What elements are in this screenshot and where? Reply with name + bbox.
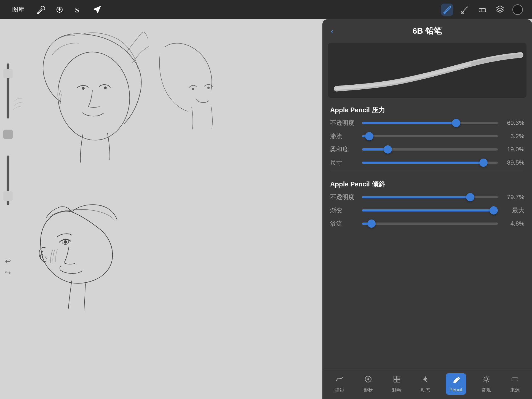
- shape-tab-label: 形状: [363, 387, 373, 393]
- settings-tab-icon: [482, 375, 490, 385]
- tilt-bleed-row: 渗流 4.8%: [330, 219, 524, 228]
- pressure-opacity-row: 不透明度 69.3%: [330, 119, 524, 127]
- back-button[interactable]: ‹: [331, 27, 333, 36]
- brush-preview: [328, 43, 526, 98]
- tilt-section-title: Apple Pencil 倾斜: [330, 180, 524, 189]
- dynamics-tab-label: 动态: [421, 387, 430, 393]
- grain-tab-icon: [393, 375, 401, 385]
- pressure-softness-slider[interactable]: [362, 148, 498, 151]
- tilt-bleed-thumb[interactable]: [367, 219, 376, 228]
- tab-shape[interactable]: 形状: [360, 373, 377, 395]
- tab-dynamics[interactable]: 动态: [417, 373, 434, 395]
- pressure-opacity-thumb[interactable]: [452, 119, 460, 127]
- tab-source[interactable]: 来源: [506, 373, 523, 395]
- eraser-tool-icon[interactable]: [476, 4, 488, 16]
- redo-button[interactable]: ↪: [5, 269, 11, 276]
- brush-tool-icon[interactable]: [441, 4, 453, 16]
- svg-rect-24: [512, 378, 518, 381]
- color-picker[interactable]: [512, 4, 524, 16]
- sketch-background: [0, 19, 331, 399]
- stroke-tab-icon: [335, 375, 344, 385]
- tilt-gradient-thumb[interactable]: [490, 206, 498, 215]
- pressure-softness-value: 19.0%: [502, 146, 524, 153]
- tilt-bleed-slider[interactable]: [362, 223, 498, 225]
- svg-rect-5: [479, 9, 486, 12]
- pressure-bleed-value: 3.2%: [502, 133, 524, 140]
- tab-grain[interactable]: 颗粒: [388, 373, 405, 395]
- undo-redo-group: ↩ ↪: [5, 258, 11, 276]
- panel-body: Apple Pencil 压力 不透明度 69.3% 渗流 3.2% 柔和度: [322, 98, 532, 384]
- undo-button[interactable]: ↩: [5, 258, 11, 265]
- tab-settings[interactable]: 常规: [478, 373, 495, 395]
- panel-title: 6B 铅笔: [413, 25, 442, 37]
- svg-point-12: [208, 87, 210, 89]
- pressure-bleed-row: 渗流 3.2%: [330, 132, 524, 140]
- smudge-icon[interactable]: S: [72, 4, 84, 16]
- pressure-size-slider[interactable]: [362, 162, 498, 164]
- section-divider: [330, 172, 524, 172]
- pencil-tab-label: Pencil: [450, 387, 462, 393]
- pressure-bleed-label: 渗流: [330, 132, 358, 140]
- tilt-opacity-row: 不透明度 79.7%: [330, 193, 524, 201]
- top-toolbar: 图库 S: [0, 0, 532, 19]
- settings-tab-label: 常规: [482, 387, 491, 393]
- stroke-tab-label: 描边: [335, 387, 344, 393]
- tilt-opacity-label: 不透明度: [330, 193, 358, 201]
- grain-tab-label: 颗粒: [392, 387, 402, 393]
- svg-point-0: [38, 13, 39, 14]
- svg-point-14: [64, 241, 67, 243]
- opacity-slider-sidebar[interactable]: [7, 63, 9, 119]
- size-handle[interactable]: [3, 191, 13, 201]
- canvas-area: [0, 19, 331, 399]
- pressure-bleed-slider[interactable]: [362, 135, 498, 137]
- svg-point-23: [485, 378, 488, 381]
- dynamics-tab-icon: [421, 375, 430, 385]
- pressure-opacity-label: 不透明度: [330, 119, 358, 127]
- smudge-tool-icon[interactable]: [459, 4, 471, 16]
- svg-point-11: [192, 88, 194, 90]
- pressure-opacity-slider[interactable]: [362, 122, 498, 124]
- tilt-opacity-thumb[interactable]: [466, 193, 474, 201]
- pressure-section-title: Apple Pencil 压力: [330, 106, 524, 114]
- wrench-icon[interactable]: [35, 4, 47, 16]
- tab-stroke[interactable]: 描边: [331, 373, 348, 395]
- left-sidebar: ↩ ↪: [0, 19, 16, 399]
- magic-wand-icon[interactable]: [54, 4, 66, 16]
- svg-point-9: [82, 87, 84, 90]
- size-slider-sidebar[interactable]: [7, 156, 9, 205]
- tilt-bleed-label: 渗流: [330, 219, 358, 228]
- toolbar-right: [441, 4, 524, 16]
- toolbar-left: 图库 S: [8, 3, 103, 16]
- tilt-gradient-row: 渐变 最大: [330, 206, 524, 215]
- pressure-softness-thumb[interactable]: [384, 145, 392, 154]
- tab-pencil[interactable]: Pencil: [446, 373, 466, 395]
- layers-icon[interactable]: [494, 4, 506, 16]
- svg-rect-19: [397, 376, 400, 379]
- pressure-size-thumb[interactable]: [479, 159, 488, 167]
- tilt-gradient-value: 最大: [502, 206, 524, 215]
- panel-tab-bar: 描边 形状 颗粒: [322, 369, 532, 399]
- svg-point-17: [367, 378, 369, 380]
- opacity-handle[interactable]: [3, 69, 13, 78]
- share-icon[interactable]: [91, 4, 103, 16]
- svg-point-3: [444, 12, 445, 14]
- panel-header: ‹ 6B 铅笔: [322, 19, 532, 43]
- source-tab-label: 来源: [510, 387, 520, 393]
- tilt-opacity-slider[interactable]: [362, 196, 498, 198]
- tilt-gradient-slider[interactable]: [362, 209, 498, 211]
- pressure-softness-label: 柔和度: [330, 145, 358, 154]
- source-tab-icon: [511, 375, 519, 385]
- gallery-button[interactable]: 图库: [8, 3, 28, 16]
- tilt-opacity-value: 79.7%: [502, 194, 524, 201]
- tilt-gradient-label: 渐变: [330, 206, 358, 215]
- pressure-softness-row: 柔和度 19.0%: [330, 145, 524, 154]
- svg-text:S: S: [75, 6, 79, 14]
- pencil-tab-icon: [452, 375, 460, 385]
- tilt-bleed-value: 4.8%: [502, 220, 524, 227]
- sketch-illustration: [0, 19, 331, 399]
- brush-panel: ‹ 6B 铅笔 Apple Pencil 压力 不透明度 69.3% 渗流: [322, 19, 532, 399]
- pressure-bleed-thumb[interactable]: [365, 132, 373, 140]
- color-square[interactable]: [3, 130, 13, 139]
- pressure-size-value: 89.5%: [502, 159, 524, 166]
- svg-rect-20: [394, 379, 397, 382]
